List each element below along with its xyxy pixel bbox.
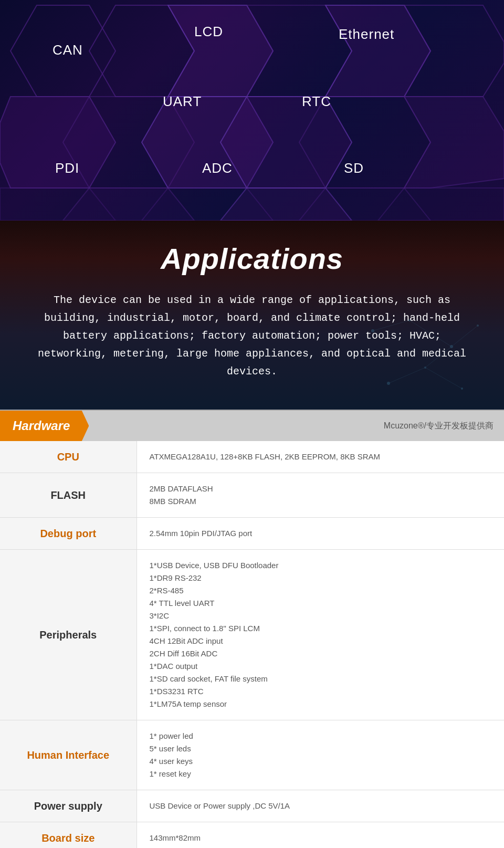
svg-line-29 — [425, 368, 462, 389]
hex-label-pdi: PDI — [55, 160, 79, 176]
hex-section: CAN LCD Ethernet UART RTC PDI ADC SD — [0, 0, 504, 221]
hex-label-can: CAN — [52, 42, 83, 58]
hex-label-adc: ADC — [202, 160, 233, 176]
svg-marker-11 — [404, 97, 504, 188]
spec-value-board-size: 143mm*82mm — [136, 822, 504, 849]
spec-value-peripherals: 1*USB Device, USB DFU Bootloader 1*DR9 R… — [136, 550, 504, 720]
svg-line-26 — [410, 320, 452, 347]
spec-label-power-supply: Power supply — [0, 790, 136, 822]
spec-label-board-size: Board size — [0, 822, 136, 849]
spec-value-flash: 2MB DATAFLASH 8MB SDRAM — [136, 473, 504, 518]
hex-label-rtc: RTC — [302, 93, 331, 110]
table-row: Peripherals1*USB Device, USB DFU Bootloa… — [0, 550, 504, 720]
table-row: Board size143mm*82mm — [0, 822, 504, 849]
svg-line-25 — [373, 320, 410, 331]
svg-line-27 — [452, 326, 478, 347]
spec-label-flash: FLASH — [0, 473, 136, 518]
table-row: Debug port2.54mm 10pin PDI/JTAG port — [0, 518, 504, 550]
svg-marker-13 — [63, 188, 194, 221]
spec-label-cpu: CPU — [0, 441, 136, 473]
spec-value-human-interface: 1* power led 5* user leds 4* user keys 1… — [136, 720, 504, 790]
spec-label-peripherals: Peripherals — [0, 550, 136, 720]
svg-marker-9 — [220, 97, 352, 188]
spec-label-human-interface: Human Interface — [0, 720, 136, 790]
spec-label-debug-port: Debug port — [0, 518, 136, 550]
hardware-badge: Hardware — [0, 411, 89, 441]
spec-value-power-supply: USB Device or Power supply ,DC 5V/1A — [136, 790, 504, 822]
svg-marker-2 — [168, 5, 273, 97]
svg-line-30 — [425, 347, 452, 368]
applications-section: Applications The device can be used in a… — [0, 221, 504, 410]
spec-value-cpu: ATXMEGA128A1U, 128+8KB FLASH, 2KB EEPROM… — [136, 441, 504, 473]
hex-grid: CAN LCD Ethernet UART RTC PDI ADC SD — [0, 0, 504, 221]
svg-marker-4 — [326, 5, 430, 97]
hex-label-sd: SD — [344, 160, 364, 176]
svg-line-28 — [388, 368, 425, 383]
table-row: Power supplyUSB Device or Power supply ,… — [0, 790, 504, 822]
table-row: CPUATXMEGA128A1U, 128+8KB FLASH, 2KB EEP… — [0, 441, 504, 473]
spec-value-debug-port: 2.54mm 10pin PDI/JTAG port — [136, 518, 504, 550]
hex-label-lcd: LCD — [194, 24, 223, 40]
applications-title: Applications — [161, 242, 343, 276]
hardware-header: Hardware Mcuzone®/专业开发板提供商 — [0, 410, 504, 441]
table-row: FLASH2MB DATAFLASH 8MB SDRAM — [0, 473, 504, 518]
specs-table: CPUATXMEGA128A1U, 128+8KB FLASH, 2KB EEP… — [0, 441, 504, 848]
table-row: Human Interface1* power led 5* user leds… — [0, 720, 504, 790]
svg-marker-17 — [378, 188, 504, 221]
hex-label-uart: UART — [163, 93, 202, 110]
hardware-supplier: Mcuzone®/专业开发板提供商 — [384, 421, 504, 432]
svg-marker-15 — [220, 188, 352, 221]
hex-label-ethernet: Ethernet — [339, 26, 394, 43]
